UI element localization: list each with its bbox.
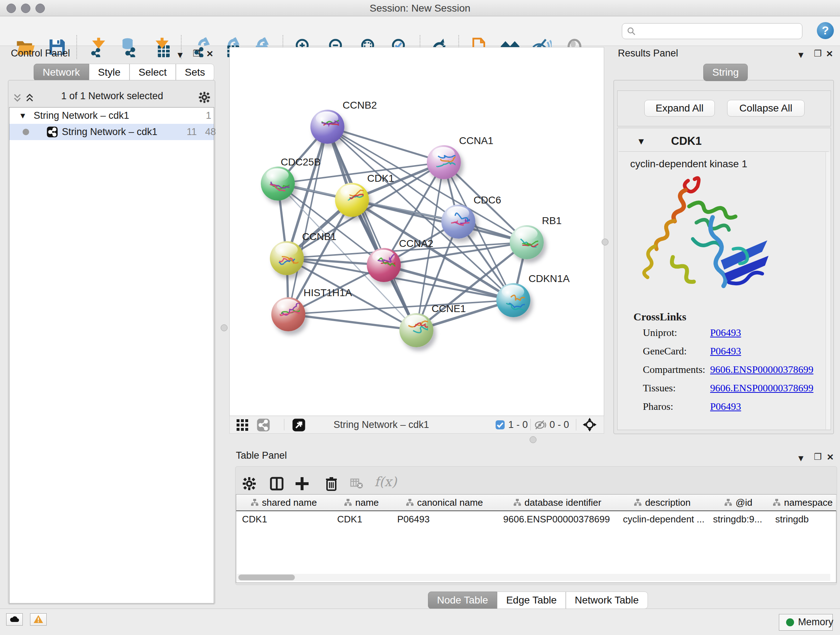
column-header-label: database identifier <box>524 497 601 508</box>
network-tree-row[interactable]: ▼ String Network – cdk1 1 <box>9 108 214 124</box>
expand-all-networks-icon[interactable] <box>25 93 34 103</box>
network-edge[interactable] <box>352 200 527 242</box>
table-options-gear-icon[interactable] <box>242 477 256 491</box>
network-node-cdkn1a[interactable] <box>496 283 531 317</box>
network-node-ccne1[interactable] <box>399 313 433 347</box>
table-panel-float-icon[interactable]: ❐ <box>814 452 822 462</box>
import-network-from-database-icon[interactable] <box>118 37 139 57</box>
column-header-description[interactable]: description <box>617 494 707 511</box>
table-panel-collapse-icon[interactable]: ▼ <box>797 453 805 463</box>
tab-network[interactable]: Network <box>34 64 89 81</box>
network-canvas[interactable]: CCNB2 CCNA1 CDC25B CDK1 CDC6 RB1 CCNB1 C… <box>229 47 604 416</box>
network-tree-row[interactable]: String Network – cdk1 11 48 <box>9 124 214 140</box>
network-node-cdk1[interactable] <box>335 183 369 217</box>
tab-sets[interactable]: Sets <box>176 64 214 81</box>
network-node-ccnb2[interactable] <box>310 110 344 144</box>
column-header-namespace[interactable]: namespace <box>769 494 836 511</box>
table-cell[interactable]: P06493 <box>392 511 497 527</box>
network-node-ccnb1[interactable] <box>270 241 304 275</box>
results-panel-title: Results Panel <box>618 48 678 59</box>
column-header-id[interactable]: @id <box>707 494 770 511</box>
crosslink-label: GeneCard: <box>643 345 687 357</box>
network-node-ccna1[interactable] <box>427 145 461 179</box>
table-splitter-handle[interactable] <box>530 436 537 443</box>
crosslink-pharos[interactable]: P06493 <box>710 401 741 412</box>
column-header-canonicalname[interactable]: canonical name <box>392 494 498 511</box>
warning-status-button[interactable] <box>30 613 47 625</box>
crosslink-uniprot[interactable]: P06493 <box>710 327 741 339</box>
column-header-name[interactable]: name <box>332 494 392 511</box>
import-network-from-file-icon[interactable] <box>87 37 107 57</box>
table-cell[interactable]: stringdb <box>769 511 836 527</box>
node-label-ccne1: CCNE1 <box>431 303 466 315</box>
node-label-ccnb1: CCNB1 <box>302 231 336 242</box>
gene-collapse-icon[interactable]: ▼ <box>637 136 646 147</box>
results-scrollbar[interactable] <box>826 152 831 429</box>
table-cell[interactable]: stringdb:9... <box>707 511 769 527</box>
column-header-databaseidentifier[interactable]: database identifier <box>497 494 617 511</box>
birds-eye-view-icon[interactable] <box>292 418 306 432</box>
results-panel-collapse-icon[interactable]: ▼ <box>797 50 805 60</box>
network-edge[interactable] <box>288 300 513 314</box>
crosslink-label: Uniprot: <box>643 327 677 339</box>
column-header-sharedname[interactable]: shared name <box>236 494 332 511</box>
table-cell[interactable]: 9606.ENSP00000378699 <box>497 511 617 527</box>
memory-button[interactable]: Memory <box>779 614 833 631</box>
table-cell[interactable]: CDK1 <box>332 511 392 527</box>
tab-node-table[interactable]: Node Table <box>428 592 497 609</box>
collapse-all-button[interactable]: Collapse All <box>727 100 805 117</box>
tab-string[interactable]: String <box>703 64 748 81</box>
network-view-icon[interactable] <box>256 418 270 432</box>
tree-expander-icon[interactable]: ▼ <box>19 108 27 124</box>
right-splitter-handle[interactable] <box>602 239 608 245</box>
network-node-ccna2[interactable] <box>367 248 401 282</box>
current-network-bullet <box>22 128 29 135</box>
delete-column-icon[interactable] <box>324 477 339 491</box>
import-table-from-file-icon[interactable] <box>152 37 172 57</box>
network-node-hist1h1a[interactable] <box>271 297 305 331</box>
network-node-cdc25b[interactable] <box>261 166 295 201</box>
control-panel-float-icon[interactable]: ❐ <box>193 49 201 59</box>
table-panel-close-icon[interactable]: ✕ <box>827 452 834 462</box>
network-edge[interactable] <box>288 314 416 330</box>
network-name-label: String Network – cdk1 <box>62 124 157 140</box>
status-bar <box>0 608 840 635</box>
cloud-icon <box>9 615 20 623</box>
results-panel-close-icon[interactable]: ✕ <box>826 49 833 59</box>
network-node-cdc6[interactable] <box>441 204 475 239</box>
column-header-label: description <box>645 497 691 508</box>
network-edge[interactable] <box>327 127 416 330</box>
results-panel-float-icon[interactable]: ❐ <box>814 49 822 59</box>
control-panel-collapse-icon[interactable]: ▼ <box>176 50 185 60</box>
search-input[interactable] <box>622 23 802 39</box>
table-cell[interactable]: cyclin-dependent ... <box>617 511 707 527</box>
fit-selected-crosshair-icon[interactable] <box>583 417 597 432</box>
tab-edge-table[interactable]: Edge Table <box>497 592 566 609</box>
help-button[interactable]: ? <box>817 22 834 39</box>
left-splitter-handle[interactable] <box>221 325 227 331</box>
grid-view-icon[interactable] <box>236 419 248 431</box>
cloud-status-button[interactable] <box>6 613 23 625</box>
memory-label: Memory <box>798 616 834 628</box>
crosslink-label: Pharos: <box>643 401 673 412</box>
network-edge[interactable] <box>327 127 444 162</box>
edge-count: 48 <box>201 124 216 140</box>
crosslink-genecard[interactable]: P06493 <box>710 345 741 357</box>
crosslink-tissues[interactable]: 9606.ENSP00000378699 <box>710 382 813 394</box>
table-hscrollbar-thumb[interactable] <box>238 575 295 580</box>
table-cell[interactable]: CDK1 <box>236 511 332 527</box>
network-options-gear-icon[interactable] <box>198 91 210 103</box>
selected-nodes-checkbox-icon[interactable] <box>495 420 505 430</box>
collapse-all-networks-icon[interactable] <box>13 93 22 103</box>
crosslink-compartments[interactable]: 9606.ENSP00000378699 <box>710 364 813 375</box>
network-node-rb1[interactable] <box>510 225 544 259</box>
control-panel-close-icon[interactable]: ✕ <box>206 49 213 59</box>
tab-network-table[interactable]: Network Table <box>566 592 648 609</box>
expand-all-button[interactable]: Expand All <box>644 100 715 117</box>
add-column-icon[interactable] <box>295 477 309 491</box>
table-hscrollbar[interactable] <box>237 574 830 581</box>
tab-style[interactable]: Style <box>89 64 129 81</box>
network-edge[interactable] <box>288 127 327 314</box>
tab-select[interactable]: Select <box>129 64 176 81</box>
show-columns-icon[interactable] <box>270 477 284 491</box>
